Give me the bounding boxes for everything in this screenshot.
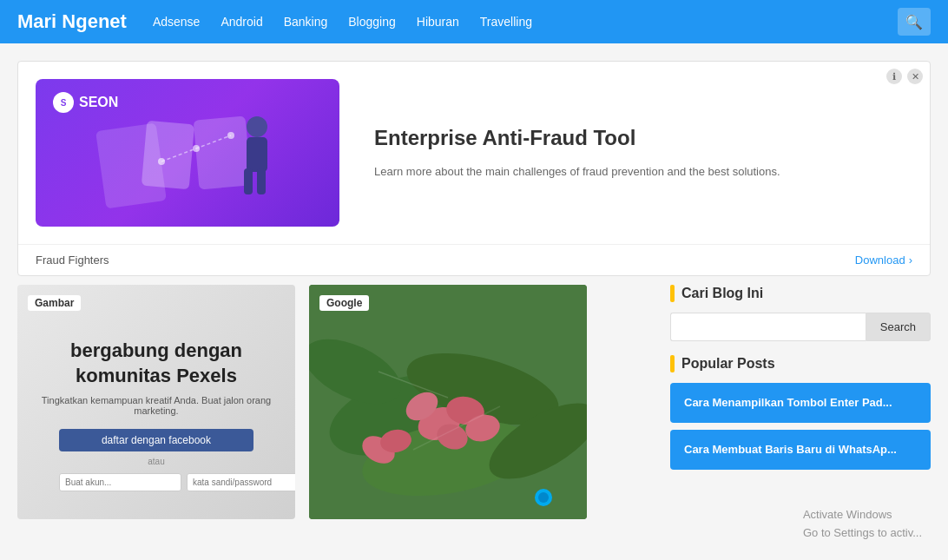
flower-illustration bbox=[309, 285, 587, 519]
sidebar-search-section: Cari Blog Ini Search bbox=[670, 285, 931, 341]
ad-text-area: Enterprise Anti-Fraud Tool Learn more ab… bbox=[374, 126, 912, 181]
card1-title: bergabung dengan komunitas Pexels bbox=[35, 339, 278, 388]
main-grid: Gambar bergabung dengan komunitas Pexels… bbox=[17, 285, 931, 519]
svg-rect-2 bbox=[194, 116, 252, 190]
card1-password-input[interactable] bbox=[187, 473, 295, 491]
svg-rect-5 bbox=[244, 168, 253, 194]
svg-point-8 bbox=[158, 158, 165, 165]
ad-description: Learn more about the main challenges of … bbox=[374, 163, 912, 181]
site-title[interactable]: Mari Ngenet bbox=[17, 10, 127, 33]
nav-banking[interactable]: Banking bbox=[284, 15, 328, 29]
facebook-join-button[interactable]: daftar dengan facebook bbox=[59, 429, 253, 451]
heading-bar-accent bbox=[670, 285, 675, 302]
card-pexels: Gambar bergabung dengan komunitas Pexels… bbox=[17, 285, 295, 519]
ad-brand-name: SEON bbox=[79, 95, 118, 110]
svg-rect-6 bbox=[257, 168, 266, 194]
chevron-right-icon: › bbox=[909, 254, 912, 267]
main-nav: Adsense Android Banking Blogging Hiburan… bbox=[153, 15, 872, 29]
ad-title: Enterprise Anti-Fraud Tool bbox=[374, 126, 912, 150]
blog-search-input[interactable] bbox=[670, 313, 866, 341]
popular-post-1-title: Cara Menampilkan Tombol Enter Pad... bbox=[684, 395, 917, 411]
card-badge-gambar: Gambar bbox=[28, 295, 81, 311]
svg-point-9 bbox=[193, 145, 200, 152]
card1-inputs bbox=[59, 473, 253, 491]
ad-brand-icon: S bbox=[53, 92, 74, 113]
svg-rect-4 bbox=[247, 137, 267, 172]
blog-search-button[interactable]: Search bbox=[866, 313, 931, 341]
popular-post-2-title: Cara Membuat Baris Baru di WhatsAp... bbox=[684, 442, 917, 458]
nav-blogging[interactable]: Blogging bbox=[348, 15, 396, 29]
ad-image: S SEON bbox=[36, 79, 339, 227]
ad-inner: S SEON bbox=[18, 62, 930, 244]
popular-heading-bar-accent bbox=[670, 355, 675, 372]
nav-adsense[interactable]: Adsense bbox=[153, 15, 200, 29]
card1-username-input[interactable] bbox=[59, 473, 181, 491]
watermark-line2: Go to Settings to activ... bbox=[803, 524, 922, 528]
header: Mari Ngenet Adsense Android Banking Blog… bbox=[0, 0, 948, 43]
card-badge-google: Google bbox=[319, 295, 369, 311]
search-area: Search bbox=[670, 313, 931, 341]
popular-post-2[interactable]: Cara Membuat Baris Baru di WhatsAp... bbox=[670, 430, 931, 470]
windows-watermark: Activate Windows Go to Settings to activ… bbox=[803, 506, 922, 528]
popular-posts-heading: Popular Posts bbox=[670, 355, 931, 372]
card1-subtitle: Tingkatkan kemampuan kreatif Anda. Buat … bbox=[35, 395, 278, 416]
search-section-heading: Cari Blog Ini bbox=[670, 285, 931, 302]
ad-info-button[interactable]: ℹ bbox=[886, 69, 902, 84]
card-flower: Google bbox=[309, 285, 587, 519]
card1-content: bergabung dengan komunitas Pexels Tingka… bbox=[17, 285, 295, 519]
search-icon: 🔍 bbox=[905, 14, 923, 30]
svg-point-3 bbox=[247, 116, 267, 137]
nav-hiburan[interactable]: Hiburan bbox=[417, 15, 459, 29]
search-section-title: Cari Blog Ini bbox=[681, 286, 763, 301]
ad-corner-controls: ℹ ✕ bbox=[886, 69, 923, 84]
card1-or-text: atau bbox=[148, 457, 164, 466]
popular-posts-title: Popular Posts bbox=[681, 356, 775, 372]
svg-point-10 bbox=[227, 132, 234, 139]
ad-close-button[interactable]: ✕ bbox=[907, 69, 923, 84]
svg-rect-1 bbox=[142, 121, 194, 190]
nav-travelling[interactable]: Travelling bbox=[480, 15, 532, 29]
ad-brand-logo: S SEON bbox=[53, 92, 118, 113]
watermark-line1: Activate Windows bbox=[803, 506, 922, 524]
ad-footer-brand: Fraud Fighters bbox=[36, 254, 109, 267]
popular-posts-section: Popular Posts Cara Menampilkan Tombol En… bbox=[670, 355, 931, 470]
ad-download-link[interactable]: Download › bbox=[855, 254, 912, 267]
popular-post-1[interactable]: Cara Menampilkan Tombol Enter Pad... bbox=[670, 383, 931, 423]
cards-area: Gambar bergabung dengan komunitas Pexels… bbox=[17, 285, 656, 519]
card2-content bbox=[309, 285, 587, 519]
nav-android[interactable]: Android bbox=[221, 15, 262, 29]
header-search-button[interactable]: 🔍 bbox=[898, 8, 931, 36]
svg-point-27 bbox=[538, 492, 549, 503]
page-content: ℹ ✕ S SEON bbox=[0, 43, 948, 528]
ad-illustration bbox=[75, 109, 300, 222]
ad-footer: Fraud Fighters Download › bbox=[18, 244, 930, 275]
sidebar: Cari Blog Ini Search Popular Posts Cara … bbox=[670, 285, 931, 519]
ad-banner: ℹ ✕ S SEON bbox=[17, 61, 931, 276]
